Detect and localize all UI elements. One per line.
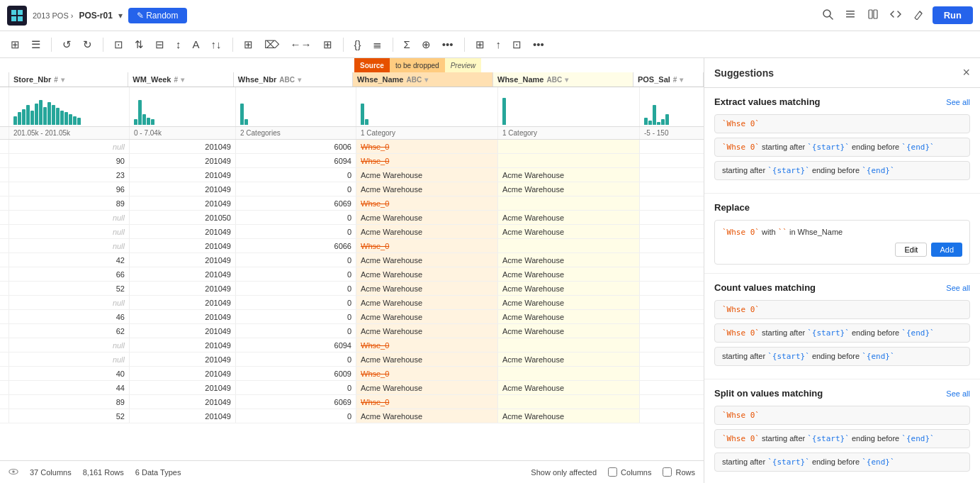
- suggestions-close-button[interactable]: ×: [962, 65, 970, 80]
- row-indicator: [0, 381, 9, 394]
- cell-whse-nbr: 0: [236, 253, 356, 267]
- drop-banner: to be dropped: [390, 58, 445, 72]
- extract-item-3[interactable]: starting after `{start}` ending before `…: [714, 161, 970, 180]
- data-types-count: 6 Data Types: [135, 468, 181, 477]
- cell-whse-nbr: 0: [236, 225, 356, 238]
- toolbar-grid-btn[interactable]: ⊞: [7, 36, 23, 53]
- svg-rect-7: [846, 13, 855, 15]
- cell-pos-sal: [640, 182, 704, 196]
- count-item-3[interactable]: starting after `{start}` ending before `…: [714, 347, 970, 366]
- cell-wm-week: 201049: [130, 367, 236, 380]
- stats-whse-name-prev: 1 Category: [498, 127, 640, 139]
- toolbar-sep-3: [232, 38, 233, 52]
- toolbar-braces-btn[interactable]: {}: [351, 36, 365, 52]
- replace-edit-button[interactable]: Edit: [895, 243, 927, 257]
- list-icon-btn[interactable]: [842, 6, 859, 26]
- cell-whse-name-src: Acme Warehouse: [356, 267, 498, 281]
- column-count: 37 Columns: [30, 468, 72, 477]
- columns-icon-btn[interactable]: [864, 6, 882, 26]
- col-sort-icon: ▾: [61, 76, 64, 84]
- cell-wm-week: 201049: [130, 324, 236, 338]
- toolbar-merge-btn[interactable]: ←→: [287, 36, 315, 52]
- cell-whse-name-src: Acme Warehouse: [356, 282, 498, 295]
- count-see-all[interactable]: See all: [946, 284, 970, 292]
- cell-whse-nbr: 0: [236, 352, 356, 366]
- toolbar-lines-btn[interactable]: ≣: [369, 36, 385, 53]
- rows-checkbox[interactable]: [663, 467, 672, 477]
- toolbar-sigma-btn[interactable]: Σ: [400, 36, 414, 52]
- hist-cell-wm-week: [130, 87, 236, 126]
- run-button[interactable]: Run: [933, 6, 973, 24]
- col-header-pos-sal[interactable]: POS_Sal # ▾: [633, 72, 704, 87]
- extract-item-2[interactable]: `Whse 0` starting after `{start}` ending…: [714, 138, 970, 157]
- code-icon-btn[interactable]: [887, 6, 904, 26]
- toolbar-filter-btn[interactable]: ⊟: [152, 36, 168, 53]
- split-item-2[interactable]: `Whse 0` starting after `{start}` ending…: [714, 429, 970, 448]
- count-section-title: Count values matching: [714, 282, 816, 293]
- col-header-whse-name-source[interactable]: Whse_Name ABC ▾: [353, 72, 493, 87]
- toolbar-sort-btn[interactable]: ⇅: [131, 36, 147, 53]
- count-item-2[interactable]: `Whse 0` starting after `{start}` ending…: [714, 323, 970, 343]
- pencil-icon-btn[interactable]: [910, 6, 927, 26]
- extract-see-all[interactable]: See all: [946, 98, 970, 106]
- toolbar-cols-btn[interactable]: ⊡: [111, 36, 127, 53]
- columns-checkbox-label[interactable]: Columns: [608, 467, 651, 477]
- toolbar-adjust-btn[interactable]: ⊡: [509, 36, 525, 53]
- project-name: POS-r01: [79, 11, 112, 21]
- cell-wm-week: 201049: [130, 182, 236, 196]
- cell-whse-nbr: 0: [236, 324, 356, 338]
- toolbar-plus-btn[interactable]: ⊕: [418, 36, 434, 53]
- toolbar-resize-btn[interactable]: ↕: [172, 36, 185, 52]
- hist-cell-indicator: [0, 87, 9, 126]
- cell-whse-name-src: Acme Warehouse: [356, 182, 498, 196]
- cell-wm-week: 201049: [130, 267, 236, 281]
- stats-row: 201.05k - 201.05k 0 - 7.04k 2 Categories…: [0, 127, 704, 140]
- toolbar-type-btn[interactable]: A: [189, 36, 203, 52]
- suggestions-header: Suggestions ×: [704, 58, 980, 88]
- col-header-wm-week[interactable]: WM_Week # ▾: [128, 72, 234, 87]
- cell-store-nbr: 23: [9, 168, 130, 182]
- toolbar-split-btn[interactable]: ⊞: [240, 36, 257, 53]
- svg-rect-1: [18, 10, 23, 15]
- col-header-whse-nbr[interactable]: Whse_Nbr ABC ▾: [234, 72, 353, 87]
- toolbar-up-btn[interactable]: ↑: [492, 36, 505, 52]
- toolbar-del-btn[interactable]: ⌦: [261, 36, 283, 53]
- replace-add-button[interactable]: Add: [931, 243, 962, 257]
- toolbar-redo-btn[interactable]: ↻: [79, 36, 96, 53]
- project-dropdown-icon[interactable]: ▾: [118, 11, 123, 21]
- table-row: 44 201049 0 Acme Warehouse Acme Warehous…: [0, 381, 704, 395]
- row-indicator: [0, 267, 9, 281]
- random-button[interactable]: ✎ Random: [128, 8, 187, 23]
- cell-whse-nbr: 6094: [236, 338, 356, 352]
- split-item-1[interactable]: `Whse 0`: [714, 406, 970, 425]
- cell-whse-name-prev: [498, 239, 640, 252]
- row-indicator: [0, 140, 9, 153]
- toolbar-more-btn[interactable]: •••: [439, 36, 457, 52]
- rows-checkbox-label[interactable]: Rows: [663, 467, 695, 477]
- hist-cell-store-nbr: [9, 87, 130, 126]
- col-type-icon: #: [54, 76, 58, 84]
- extract-item-1[interactable]: `Whse 0`: [714, 114, 970, 133]
- toolbar-menu-btn[interactable]: ☰: [28, 36, 44, 53]
- cell-whse-nbr: 0: [236, 182, 356, 196]
- search-icon-btn[interactable]: [819, 6, 836, 26]
- col-header-whse-name-preview[interactable]: Whse_Name ABC ▾: [493, 72, 633, 87]
- table-row: 52 201049 0 Acme Warehouse Acme Warehous…: [0, 409, 704, 423]
- split-see-all[interactable]: See all: [946, 389, 970, 398]
- toolbar-grid2-btn[interactable]: ⊞: [472, 36, 488, 53]
- cell-whse-name-prev: Acme Warehouse: [498, 282, 640, 295]
- col-name: Whse_Name: [497, 75, 543, 84]
- cell-wm-week: 201049: [130, 352, 236, 366]
- split-item-3[interactable]: starting after `{start}` ending before `…: [714, 453, 970, 472]
- toolbar-undo-btn[interactable]: ↺: [59, 36, 75, 53]
- toolbar-pivot-btn[interactable]: ⊞: [320, 36, 336, 53]
- count-item-1[interactable]: `Whse 0`: [714, 300, 970, 319]
- col-type-icon: ABC: [279, 76, 295, 84]
- toolbar-az-btn[interactable]: ↑↓: [208, 36, 225, 52]
- col-sort-icon: ▾: [298, 76, 301, 84]
- breadcrumb: 2013 POS ›: [33, 11, 73, 20]
- table-row: null 201049 0 Acme Warehouse Acme Wareho…: [0, 352, 704, 367]
- toolbar-more2-btn[interactable]: •••: [529, 36, 548, 52]
- columns-checkbox[interactable]: [608, 467, 617, 477]
- col-header-store-nbr[interactable]: Store_Nbr # ▾: [9, 72, 128, 87]
